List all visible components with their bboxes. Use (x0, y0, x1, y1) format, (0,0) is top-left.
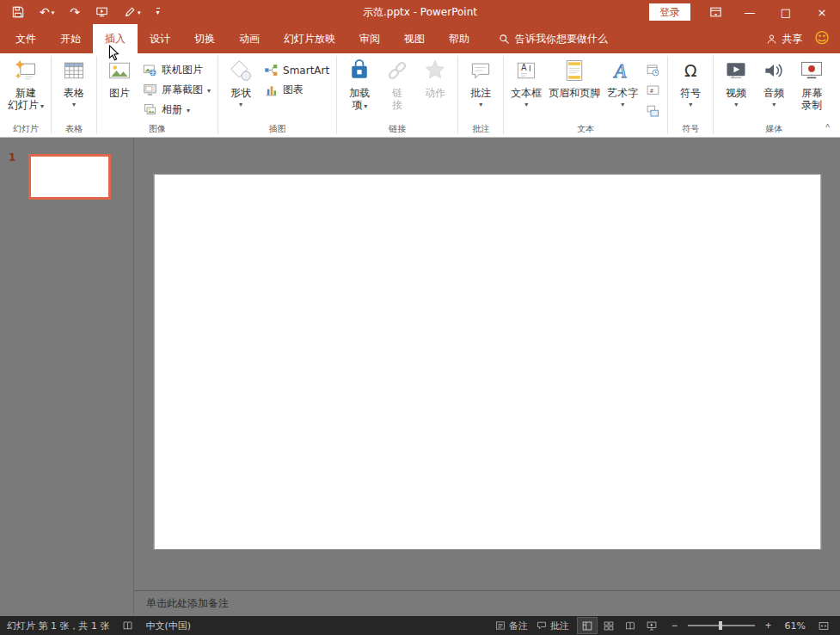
svg-text:A: A (613, 60, 627, 82)
maximize-button[interactable]: □ (768, 0, 804, 24)
dropdown-icon: ▾ (479, 101, 482, 108)
language-indicator[interactable]: 中文(中国) (145, 620, 191, 632)
slide-thumbnail-1[interactable] (28, 154, 111, 200)
link-icon (384, 58, 410, 83)
group-symbols: Ω 符号 ▾ 符号 (669, 53, 712, 137)
tell-me-search[interactable]: 告诉我你想要做什么 (490, 24, 616, 53)
notes-toggle-button[interactable]: 备注 (495, 618, 528, 633)
start-slideshow-button[interactable] (94, 0, 110, 24)
object-button[interactable] (641, 102, 664, 121)
tab-review[interactable]: 审阅 (347, 24, 392, 53)
screen-recording-button[interactable]: 屏幕 录制 (793, 54, 831, 122)
pictures-button[interactable]: 图片 (101, 54, 138, 122)
comments-toggle-label: 批注 (550, 620, 569, 632)
dropdown-icon: ▾ (207, 87, 211, 95)
spell-check-button[interactable] (118, 618, 137, 633)
online-pictures-button[interactable]: 联机图片 (138, 60, 214, 80)
powerpoint-window: ↶ ▾ ↷ ▾ ▾ 示范.pptx - PowerPoint 登录 (0, 0, 840, 635)
zoom-level[interactable]: 61% (782, 620, 806, 632)
tab-home[interactable]: 开始 (48, 24, 93, 53)
online-pictures-icon (142, 63, 157, 78)
wordart-button[interactable]: A 艺术字 ▾ (604, 54, 641, 122)
slide-canvas[interactable] (154, 175, 820, 549)
group-label-links: 链接 (340, 122, 454, 136)
symbol-label: 符号 (680, 87, 701, 99)
document-title-text: 示范.pptx - PowerPoint (363, 5, 477, 20)
tab-insert[interactable]: 插入 (93, 24, 138, 53)
tabbar-right: 共享 ☺ (757, 24, 840, 53)
table-button[interactable]: 表格 ▾ (55, 54, 93, 122)
share-button[interactable]: 共享 (757, 32, 811, 46)
tab-view[interactable]: 视图 (392, 24, 437, 53)
redo-button[interactable]: ↷ (68, 0, 82, 24)
fit-slide-to-window-button[interactable] (814, 618, 833, 633)
add-ins-label-line2: 项 (352, 99, 362, 111)
zoom-in-button[interactable]: + (763, 620, 773, 632)
minimize-button[interactable]: — (732, 0, 768, 24)
comment-button[interactable]: 批注 ▾ (462, 54, 500, 122)
customize-quick-access-button[interactable]: ▾ (155, 0, 162, 24)
video-button[interactable]: 视频 ▾ (717, 54, 755, 122)
normal-view-button[interactable] (578, 618, 597, 633)
chart-button[interactable]: 图表 (260, 80, 333, 100)
undo-button[interactable]: ↶ ▾ (38, 0, 56, 24)
slide-number-icon: # (646, 83, 660, 98)
zoom-slider[interactable] (688, 625, 755, 626)
close-button[interactable]: × (804, 0, 840, 24)
dropdown-icon: ▾ (772, 101, 776, 108)
screen-recording-label-line2: 录制 (801, 99, 822, 111)
new-slide-button[interactable]: 新建 幻灯片 ▾ (4, 54, 47, 122)
group-label-slides: 幻灯片 (4, 122, 47, 136)
slide-number-button[interactable]: # (641, 81, 664, 101)
audio-button[interactable]: 音频 ▾ (755, 54, 793, 122)
group-label-media: 媒体 (717, 122, 831, 136)
tab-animations[interactable]: 动画 (227, 24, 272, 53)
tab-design[interactable]: 设计 (138, 24, 182, 53)
group-separator (457, 56, 458, 134)
pen-mode-button[interactable]: ▾ (122, 0, 143, 24)
sign-in-button[interactable]: 登录 (649, 3, 690, 21)
add-ins-button[interactable]: 加载 项 ▾ (340, 54, 378, 122)
header-footer-icon (561, 58, 587, 83)
save-icon (12, 6, 24, 18)
tab-transitions[interactable]: 切换 (182, 24, 227, 53)
undo-dropdown-icon: ▾ (52, 9, 55, 15)
online-pictures-label: 联机图片 (162, 63, 203, 77)
zoom-out-button[interactable]: − (670, 620, 679, 632)
shapes-label: 形状 (230, 87, 251, 99)
zoom-slider-thumb[interactable] (719, 621, 722, 630)
redo-icon: ↷ (70, 5, 80, 19)
dropdown-icon: ▾ (72, 101, 76, 108)
slide-thumbnail-panel[interactable]: 1 (0, 138, 134, 616)
text-box-button[interactable]: A 文本框 ▾ (507, 54, 545, 122)
ribbon-display-options-button[interactable] (699, 0, 732, 24)
slide-sorter-icon (603, 620, 615, 632)
feedback-smiley-icon[interactable]: ☺ (811, 29, 840, 48)
slide-canvas-area (134, 138, 840, 590)
add-ins-icon (346, 58, 372, 83)
tab-file[interactable]: 文件 (3, 24, 48, 53)
tab-slideshow[interactable]: 幻灯片放映 (272, 24, 347, 53)
symbol-button[interactable]: Ω 符号 ▾ (671, 54, 709, 122)
collapse-ribbon-button[interactable]: ^ (822, 122, 833, 134)
date-time-button[interactable] (641, 60, 664, 80)
comments-toggle-button[interactable]: 批注 (536, 618, 569, 633)
group-label-text: 文本 (507, 122, 664, 136)
group-comments: 批注 ▾ 批注 (459, 53, 502, 137)
reading-view-button[interactable] (621, 618, 640, 633)
group-images: 图片 联机图片 屏幕截图 ▾ (98, 53, 217, 137)
slide-show-view-button[interactable] (642, 618, 661, 633)
tab-help[interactable]: 帮助 (437, 24, 481, 53)
save-button[interactable] (10, 0, 26, 24)
header-footer-button[interactable]: 页眉和页脚 (545, 54, 604, 122)
screenshot-button[interactable]: 屏幕截图 ▾ (138, 80, 214, 100)
spell-check-icon (122, 620, 133, 632)
slide-sorter-view-button[interactable] (599, 618, 618, 633)
notes-pane[interactable]: 单击此处添加备注 (134, 590, 840, 616)
screenshot-icon (142, 83, 157, 98)
omega-icon: Ω (678, 58, 703, 83)
photo-album-button[interactable]: 相册 ▾ (138, 100, 214, 120)
shapes-button[interactable]: 形状 ▾ (222, 54, 260, 122)
link-label-line1: 链 (392, 87, 402, 99)
smartart-button[interactable]: SmartArt (260, 60, 333, 80)
